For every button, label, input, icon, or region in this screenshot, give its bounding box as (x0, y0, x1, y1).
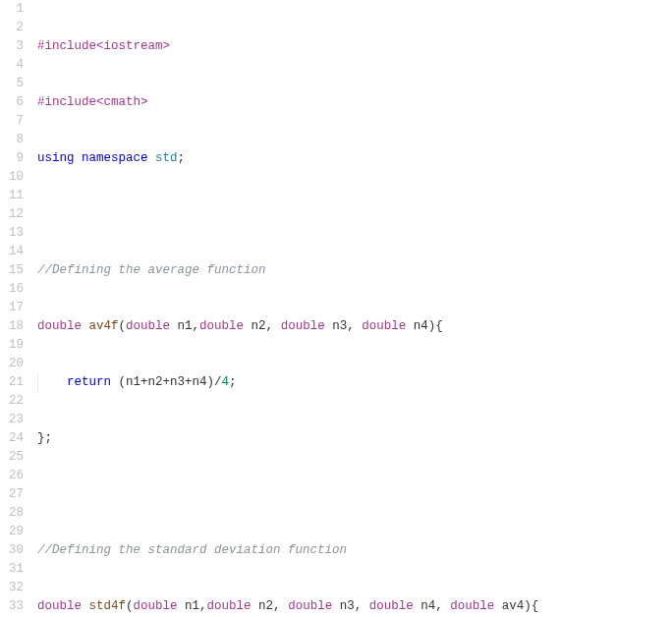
code-content[interactable]: #include<iostream> #include<cmath> using… (37, 0, 672, 617)
punct-token: }; (37, 431, 52, 445)
type-token: double (134, 599, 178, 613)
line-number: 17 (0, 299, 24, 317)
line-number: 4 (0, 56, 24, 75)
type-token: double (450, 599, 494, 613)
line-number: 10 (0, 168, 24, 187)
type-token: double (37, 319, 82, 333)
type-token: double (369, 599, 414, 613)
code-line[interactable]: }; (37, 429, 672, 448)
line-number: 3 (0, 37, 24, 56)
type-token: double (207, 599, 252, 613)
namespace-token: std (155, 151, 178, 165)
code-line[interactable]: #include<cmath> (37, 93, 672, 112)
line-number: 6 (0, 93, 24, 112)
line-number: 1 (0, 0, 24, 19)
line-number: 26 (0, 467, 24, 485)
line-number: 9 (0, 149, 24, 168)
keyword-token: using (37, 151, 75, 165)
comment-token: //Defining the average function (37, 263, 266, 277)
line-number: 24 (0, 429, 24, 448)
line-number: 13 (0, 224, 24, 243)
ident-token: n2, (244, 319, 281, 333)
line-number: 18 (0, 317, 24, 336)
line-number: 29 (0, 523, 24, 541)
type-token: double (199, 319, 244, 333)
line-number: 20 (0, 355, 24, 373)
line-number: 19 (0, 336, 24, 355)
ident-token: n3, (332, 599, 369, 613)
code-line[interactable]: using namespace std; (37, 149, 672, 168)
ident-token: n1, (178, 599, 207, 613)
include-token: <cmath> (96, 95, 148, 109)
punct-token: ( (126, 599, 134, 613)
line-number: 32 (0, 579, 24, 597)
line-number: 33 (0, 597, 24, 616)
type-token: double (126, 319, 170, 333)
code-line[interactable]: //Defining the average function (37, 261, 672, 280)
code-line[interactable]: return (n1+n2+n3+n4)/4; (37, 373, 672, 392)
type-token: double (362, 319, 406, 333)
code-line[interactable]: double std4f(double n1,double n2, double… (37, 597, 672, 616)
ident-token: n1, (170, 319, 199, 333)
punct-token: ; (229, 375, 237, 389)
ident-token: av4){ (494, 599, 538, 613)
line-number-gutter: 1 2 3 4 5 6 7 8 9 10 11 12 13 14 15 16 1… (0, 0, 37, 617)
include-token: <iostream> (96, 39, 170, 53)
line-number: 30 (0, 541, 24, 560)
ident-token: n4){ (406, 319, 443, 333)
punct-token: ( (119, 319, 127, 333)
type-token: double (37, 599, 82, 613)
line-number: 21 (0, 373, 24, 392)
line-number: 15 (0, 261, 24, 280)
number-token: 4 (222, 375, 230, 389)
line-number: 25 (0, 448, 24, 467)
line-number: 11 (0, 187, 24, 205)
line-number: 22 (0, 392, 24, 411)
code-line[interactable]: //Defining the standard deviation functi… (37, 541, 672, 560)
line-number: 23 (0, 411, 24, 429)
line-number: 8 (0, 131, 24, 149)
ident-token: n3, (325, 319, 363, 333)
line-number: 5 (0, 75, 24, 93)
function-token: av4f (89, 319, 119, 333)
comment-token: //Defining the standard deviation functi… (37, 543, 347, 557)
line-number: 27 (0, 485, 24, 504)
function-token: std4f (89, 599, 127, 613)
type-token: double (288, 599, 332, 613)
code-line[interactable]: double av4f(double n1,double n2, double … (37, 317, 672, 336)
line-number: 7 (0, 112, 24, 131)
ident-token: n4, (414, 599, 451, 613)
line-number: 2 (0, 19, 24, 37)
code-line[interactable] (37, 485, 672, 504)
code-editor[interactable]: 1 2 3 4 5 6 7 8 9 10 11 12 13 14 15 16 1… (0, 0, 672, 617)
preproc-token: #include (37, 95, 96, 109)
expr-token: (n1+n2+n3+n4)/ (111, 375, 222, 389)
preproc-token: #include (37, 39, 96, 53)
code-line[interactable]: #include<iostream> (37, 37, 672, 56)
line-number: 31 (0, 560, 24, 579)
type-token: double (281, 319, 325, 333)
line-number: 12 (0, 205, 24, 224)
keyword-token: return (67, 375, 111, 389)
line-number: 28 (0, 504, 24, 523)
line-number: 16 (0, 280, 24, 299)
line-number: 14 (0, 243, 24, 261)
code-line[interactable] (37, 205, 672, 224)
keyword-token: namespace (82, 151, 148, 165)
punct-token: ; (178, 151, 186, 165)
ident-token: n2, (252, 599, 289, 613)
